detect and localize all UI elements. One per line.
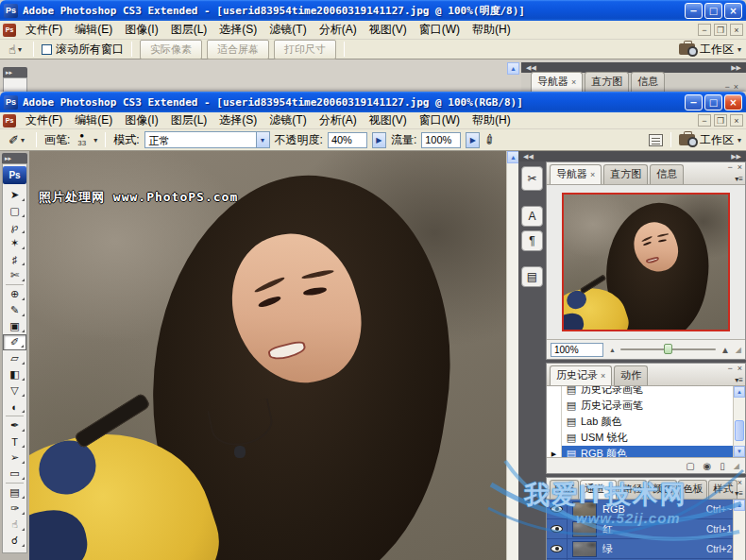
titlebar-front[interactable]: Ps Adobe Photoshop CS3 Extended - [useri…	[0, 92, 746, 112]
move-tool[interactable]: ➤	[3, 187, 26, 203]
marquee-tool[interactable]: ▢	[3, 203, 26, 219]
opacity-input[interactable]	[328, 132, 367, 148]
paragraph-panel-icon[interactable]: ¶	[521, 230, 543, 251]
menu-edit[interactable]: 编辑(E)	[69, 20, 118, 40]
zoom-out-icon[interactable]: ▲	[609, 347, 616, 353]
healing-brush-tool[interactable]: ⊕	[3, 286, 26, 302]
menu-help[interactable]: 帮助(H)	[466, 20, 517, 40]
menu-image[interactable]: 图像(I)	[119, 20, 163, 40]
menu-layer[interactable]: 图层(L)	[165, 110, 213, 130]
tab-histogram[interactable]: 直方图	[585, 72, 629, 92]
dock-collapse-bar[interactable]: ◀◀ ▶▶	[518, 151, 746, 161]
menu-image[interactable]: 图像(I)	[119, 110, 163, 130]
chevron-down-icon[interactable]: ▾	[93, 136, 97, 144]
navigator-zoom-slider[interactable]: ▲ ▲	[609, 345, 730, 355]
fit-screen-button[interactable]: 适合屏幕	[207, 40, 269, 59]
eraser-tool[interactable]: ▱	[3, 350, 26, 366]
new-document-from-state-button[interactable]: ▢	[686, 461, 694, 471]
close-button[interactable]: ×	[724, 94, 742, 110]
toolbox-collapse-icon[interactable]: ▸▸	[3, 67, 27, 77]
panel-close-icon[interactable]: ×	[738, 163, 742, 172]
expand-right-icon[interactable]: ▶▶	[731, 64, 741, 72]
history-source-caret-icon[interactable]: ▶	[547, 446, 562, 458]
channel-row-rgb[interactable]: RGB Ctrl+~	[547, 500, 745, 519]
menu-filter[interactable]: 滤镜(T)	[263, 20, 312, 40]
panel-menu-icon[interactable]: ▾≡	[735, 376, 743, 384]
airbrush-toggle-icon[interactable]: ✐	[481, 130, 499, 149]
scroll-up-icon[interactable]: ▲	[734, 386, 745, 398]
flow-input[interactable]	[421, 132, 461, 148]
maximize-button[interactable]: □	[704, 94, 722, 110]
crop-tool[interactable]: ♯	[3, 251, 26, 267]
menu-filter[interactable]: 滤镜(T)	[263, 110, 312, 130]
blur-tool[interactable]: ▽	[3, 382, 26, 399]
mdi-close-button[interactable]: ×	[730, 24, 743, 36]
minimize-button[interactable]: −	[685, 3, 703, 19]
tab-color[interactable]: 颜色	[648, 480, 677, 499]
mdi-restore-button[interactable]: ❐	[714, 24, 727, 36]
menu-analysis[interactable]: 分析(A)	[314, 110, 363, 130]
close-button[interactable]: ×	[724, 3, 742, 19]
canvas[interactable]: 照片处理网 www.PhotoPS.com	[29, 151, 506, 560]
history-item[interactable]: ▤ 历史记录画笔	[547, 386, 745, 398]
zoom-slider-thumb[interactable]	[664, 344, 672, 354]
menu-edit[interactable]: 编辑(E)	[69, 110, 118, 130]
scroll-up-icon[interactable]: ▲	[507, 62, 519, 75]
history-brush-tool-chip[interactable]: ✐ ▾	[5, 131, 28, 149]
hand-tool[interactable]: ☝	[3, 517, 26, 533]
magic-wand-tool[interactable]: ✶	[3, 235, 26, 251]
tab-channels[interactable]: 通道 ×	[580, 480, 617, 499]
menu-window[interactable]: 窗口(W)	[414, 20, 466, 40]
path-selection-tool[interactable]: ➢	[3, 450, 26, 466]
scroll-down-icon[interactable]: ▼	[734, 446, 745, 457]
workspace-selector[interactable]: 工作区 ▾	[700, 42, 741, 58]
tool-presets-panel-icon[interactable]: ✂	[521, 166, 543, 191]
visibility-toggle[interactable]	[547, 539, 568, 558]
history-source-well[interactable]	[547, 430, 562, 446]
history-source-well[interactable]	[547, 414, 562, 430]
tab-close-icon[interactable]: ×	[601, 371, 605, 381]
delete-state-button[interactable]: ▯	[720, 461, 725, 471]
channel-row-red[interactable]: 红 Ctrl+1	[547, 519, 745, 539]
channels-scrollbar[interactable]: ▲	[733, 500, 745, 560]
menu-file[interactable]: 文件(F)	[20, 110, 68, 130]
new-snapshot-button[interactable]: ◉	[704, 461, 712, 471]
flow-slider-icon[interactable]: ▶	[466, 132, 480, 148]
toolbox-collapse-icon[interactable]: ▸▸	[2, 153, 27, 163]
channel-row-green[interactable]: 绿 Ctrl+2	[547, 539, 745, 559]
scroll-all-windows-checkbox[interactable]	[42, 44, 52, 55]
panel-close-icon[interactable]: ×	[734, 82, 738, 92]
collapse-left-icon[interactable]: ◀◀	[523, 153, 534, 161]
scroll-up-icon[interactable]: ▲	[734, 500, 745, 511]
history-item-selected[interactable]: ▶ ▤ RGB 颜色	[547, 446, 745, 458]
panel-close-icon[interactable]: ×	[738, 479, 742, 487]
titlebar-back[interactable]: Ps Adobe Photoshop CS3 Extended - [useri…	[0, 0, 746, 21]
slice-tool[interactable]: ✄	[3, 267, 26, 283]
tab-paths[interactable]: 路径	[618, 480, 647, 499]
tab-layers[interactable]: 图层	[550, 480, 579, 499]
chevron-down-icon[interactable]: ▾	[256, 131, 270, 148]
menu-file[interactable]: 文件(F)	[20, 20, 68, 40]
tab-close-icon[interactable]: ×	[590, 170, 595, 179]
mdi-restore-button[interactable]: ❐	[714, 114, 727, 127]
tab-swatches[interactable]: 色板	[678, 480, 707, 499]
scroll-all-windows-option[interactable]: 滚动所有窗口	[42, 42, 124, 58]
menu-view[interactable]: 视图(V)	[364, 110, 413, 130]
menu-select[interactable]: 选择(S)	[213, 20, 263, 40]
tab-navigator[interactable]: 导航器 ×	[550, 164, 602, 184]
palette-well-icon[interactable]	[649, 134, 663, 146]
resize-grip-icon[interactable]: ◢	[734, 462, 739, 470]
gradient-tool[interactable]: ◧	[3, 366, 26, 382]
clone-stamp-tool[interactable]: ▣	[3, 318, 26, 334]
mdi-minimize-button[interactable]: −	[698, 114, 711, 127]
menu-window[interactable]: 窗口(W)	[414, 110, 466, 130]
history-item[interactable]: ▤ Lab 颜色	[547, 414, 745, 430]
visibility-toggle[interactable]	[547, 519, 568, 538]
navigator-zoom-input[interactable]	[551, 343, 603, 357]
tab-navigator[interactable]: 导航器 ×	[531, 72, 583, 92]
zoom-in-icon[interactable]: ▲	[721, 345, 730, 355]
minimize-button[interactable]: −	[685, 94, 703, 110]
tab-close-icon[interactable]: ×	[571, 77, 576, 87]
panel-close-icon[interactable]: ×	[738, 365, 742, 373]
hand-tool-chip[interactable]: ☝ ▾	[5, 41, 25, 59]
